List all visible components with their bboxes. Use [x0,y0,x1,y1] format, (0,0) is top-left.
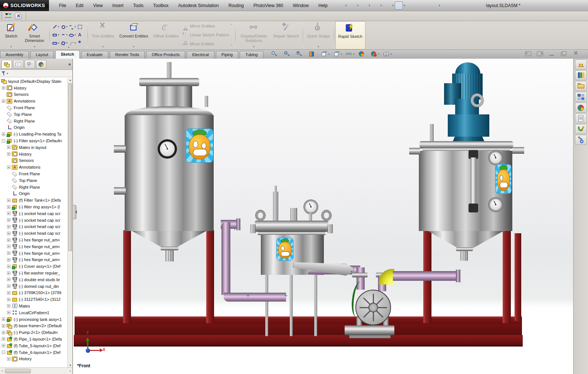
menu-item[interactable]: Help [313,0,332,11]
dropdown-caret-icon[interactable]: ▾ [66,25,68,28]
close-sketch-icon[interactable]: ✕ [14,12,23,20]
hud-button[interactable]: ▾ [283,51,293,58]
expand-toggle[interactable]: + [7,225,10,228]
filter-icon[interactable] [1,71,6,75]
base-frame-top-rail[interactable] [75,316,522,324]
right-frame-post[interactable] [515,233,521,321]
sketch-entity-button[interactable]: ▾ [61,25,69,29]
dropdown-caret-icon[interactable]: ▾ [66,42,68,45]
scroll-up-icon[interactable]: ▲ [69,79,72,81]
middle-vessel-pressure-gauge[interactable] [304,200,318,214]
expand-toggle[interactable]: + [7,199,10,202]
dropdown-caret-icon[interactable]: ▾ [341,53,342,56]
tree-row[interactable]: + (-) 3799K150<1> (3799 [0,290,68,296]
expand-toggle[interactable]: - [2,139,5,143]
left-tank-shoulder[interactable] [125,106,213,116]
dropdown-caret-icon[interactable]: ▾ [133,45,135,49]
expand-toggle[interactable]: + [7,291,10,295]
panel-overflow-button[interactable]: » [68,62,71,67]
sketch-point-marker[interactable]: + [349,270,354,274]
titlebar-tool-button[interactable]: ▾ [348,1,359,10]
commandmanager-tab[interactable]: Evaluate [81,51,108,59]
sketch-entity-button[interactable]: ▾ [78,33,85,38]
lid-clamp[interactable] [250,224,256,233]
dropdown-caret-icon[interactable]: ▾ [404,4,405,7]
task-pane-button[interactable] [575,135,587,145]
pump-discharge-run[interactable] [393,271,458,281]
task-pane-button[interactable] [575,92,587,102]
hud-button[interactable]: ▾ [333,51,342,58]
right-tank-nozzle[interactable] [409,148,420,155]
expand-toggle[interactable]: + [7,238,10,242]
expand-toggle[interactable]: + [2,344,5,347]
sight-glass-tube[interactable] [470,157,476,204]
tree-row[interactable]: - (f) Tube_6-layout<1> (Def [0,349,68,356]
left-tank-outlet-pipe[interactable] [165,250,174,261]
titlebar-tool-button[interactable]: ▾ [371,1,382,10]
left-tank-nozzle[interactable] [114,187,126,195]
tree-row[interactable]: + (-) socket head cap scr [0,230,68,237]
tree-row[interactable]: + (-) processing tank assy<1 [0,316,68,323]
sketch-entity-button[interactable]: ▾ [52,33,60,38]
tree-row[interactable]: + History [0,85,68,91]
hud-button[interactable]: ▾ [296,51,305,58]
rapid-sketch-button[interactable]: Rapid Sketch [335,21,365,49]
expand-toggle[interactable]: + [2,337,5,341]
sketch-point-marker[interactable]: + [284,294,288,298]
menu-item[interactable]: Edit [71,0,88,11]
dropdown-caret-icon[interactable]: ▾ [378,53,380,56]
middle-vessel-eyebolt[interactable] [256,210,265,221]
task-pane-button[interactable] [575,124,587,134]
right-tank-cone[interactable] [428,231,503,248]
left-tank-stand-leg[interactable] [123,230,131,323]
expand-toggle[interactable]: - [2,351,5,354]
scroll-right-icon[interactable]: › [68,369,72,373]
tree-row[interactable]: + (-) hex flange nut_am< [0,237,68,243]
sketch-entity-button[interactable]: ▾ [69,33,77,38]
hud-button[interactable]: ▾ [271,51,280,58]
menu-item[interactable]: PhotoView 360 [249,0,288,11]
left-tank-outlet-flange[interactable] [161,247,178,250]
tab-displaymanager[interactable] [36,60,46,69]
pipe-flange[interactable] [456,270,460,282]
titlebar-tool-button[interactable]: ▾ [406,1,417,10]
expand-toggle[interactable]: + [7,245,10,248]
tree-row[interactable]: Right Plane [0,118,68,124]
scrollbar-thumb[interactable] [5,369,31,373]
sketch-entity-button[interactable]: ▾ [69,25,77,29]
middle-vessel-leg[interactable] [265,274,268,336]
titlebar-tool-button[interactable]: ▾ [336,1,347,10]
panel-splitter-tab[interactable] [73,205,76,219]
sketch-point-marker[interactable]: + [233,227,237,231]
hud-button[interactable]: ▾ [345,51,355,58]
middle-vessel-eyebolt[interactable] [322,210,331,221]
scroll-down-icon[interactable]: ▼ [69,364,72,367]
tree-row[interactable]: + (-) socket head cap scr [0,210,68,217]
expand-toggle[interactable]: + [2,318,5,321]
menu-item[interactable]: Window [288,0,314,11]
dropdown-caret-icon[interactable]: ▾ [7,72,8,75]
motor-lifting-eyebolt[interactable] [471,94,483,107]
right-tank-stand-leg[interactable] [503,230,511,323]
expand-toggle[interactable]: + [7,152,10,156]
expand-toggle[interactable]: + [7,298,10,301]
menu-item[interactable]: Routing [224,0,249,11]
expand-toggle[interactable]: + [2,133,5,136]
dropdown-caret-icon[interactable]: ▾ [318,45,319,49]
tab-propertymanager[interactable] [13,60,23,69]
dropdown-caret-icon[interactable]: ▾ [58,33,59,36]
expand-toggle[interactable]: + [7,278,10,281]
tree-row[interactable]: - (-) Filter assy<1> (Default< [0,137,68,144]
expand-toggle[interactable]: + [7,251,10,255]
tab-featuremanager-tree[interactable] [1,60,12,69]
middle-vessel-relief-valve[interactable] [273,192,278,221]
tree-row[interactable]: Origin [0,124,68,131]
tree-row[interactable]: + History [0,355,68,362]
commandmanager-tab[interactable]: Tubing [240,51,263,59]
menu-item[interactable]: File [54,0,71,11]
dropdown-caret-icon[interactable]: ▾ [58,25,59,28]
tree-row[interactable]: + (-) hex flange nut_am< [0,250,68,257]
hud-button[interactable]: ▾ [321,51,330,58]
sketch-entity-button[interactable]: ▾ [78,41,85,46]
tree-row[interactable]: Sensors [0,91,68,98]
